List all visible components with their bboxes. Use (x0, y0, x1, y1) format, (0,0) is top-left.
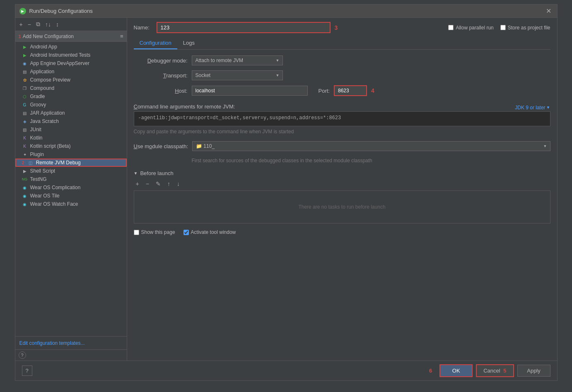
cmd-hint-text: Copy and paste the arguments to the comm… (134, 129, 550, 135)
before-launch-chevron: ▼ (134, 171, 138, 176)
list-item-java-scratch[interactable]: ◈ Java Scratch (15, 117, 127, 125)
before-launch-area: There are no tasks to run before launch (134, 190, 550, 224)
groovy-label: Groovy (30, 102, 46, 108)
plugin-icon: ✦ (22, 152, 28, 157)
list-item-kotlin-script[interactable]: K Kotlin script (Beta) (15, 142, 127, 150)
move-config-button[interactable]: ↑↓ (43, 20, 53, 29)
debugger-mode-row: Debugger mode: Attach to remote JVM List… (134, 55, 550, 65)
show-this-page-label[interactable]: Show this page (134, 229, 175, 235)
compound-label: Compound (30, 85, 55, 91)
copy-config-button[interactable]: ⧉ (34, 20, 42, 29)
tabs-row: Configuration Logs (134, 37, 550, 50)
edit-templates-link[interactable]: Edit configuration templates... (19, 340, 85, 346)
list-item-android-app[interactable]: ▶ Android App (15, 43, 127, 51)
list-item-app-engine[interactable]: ◉ App Engine DevAppServer (15, 59, 127, 67)
collapse-icon[interactable]: ≡ (120, 33, 123, 39)
wear-os-tile-icon: ◉ (22, 193, 28, 199)
remove-config-button[interactable]: − (26, 20, 33, 29)
java-scratch-icon: ◈ (22, 118, 28, 124)
transport-select-wrapper: Socket Shared memory (192, 70, 283, 80)
list-item-compose-preview[interactable]: ✿ Compose Preview (15, 76, 127, 84)
compose-preview-icon: ✿ (22, 77, 28, 83)
list-item-wear-os-watch-face[interactable]: ◉ Wear OS Watch Face (15, 200, 127, 208)
left-footer: Edit configuration templates... (15, 336, 127, 349)
list-item-jar-application[interactable]: ▤ JAR Application (15, 109, 127, 117)
bottom-checkboxes: Show this page Activate tool window (134, 229, 550, 235)
port-input[interactable] (334, 85, 367, 96)
junit-label: JUnit (30, 127, 41, 132)
list-item-kotlin[interactable]: K Kotlin (15, 134, 127, 142)
apply-button[interactable]: Apply (517, 365, 550, 377)
cancel-button[interactable]: Cancel 5 (476, 364, 514, 377)
wear-os-watch-face-label: Wear OS Watch Face (30, 201, 78, 207)
badge-2: 2 (22, 160, 24, 165)
transport-row: Transport: Socket Shared memory (134, 70, 550, 80)
title-bar-left: ▶ Run/Debug Configurations (19, 8, 93, 14)
form-section: Debugger mode: Attach to remote JVM List… (134, 55, 550, 164)
bl-up-button[interactable]: ↑ (165, 180, 172, 188)
remote-jvm-icon: ◫ (28, 160, 34, 166)
list-item-remote-jvm-debug[interactable]: 2 ◫ Remote JVM Debug (15, 159, 127, 167)
module-classpath-select[interactable]: 📁 110_ (192, 141, 550, 151)
application-label: Application (30, 69, 55, 75)
show-this-page-text: Show this page (141, 229, 175, 235)
kotlin-icon: K (22, 135, 28, 141)
app-engine-icon: ◉ (22, 60, 28, 66)
dialog-body: + − ⧉ ↑↓ ↕ 1 Add New Configuration ≡ ▶ A… (15, 18, 557, 361)
bl-down-button[interactable]: ↓ (175, 180, 182, 188)
bl-add-button[interactable]: + (134, 180, 141, 188)
transport-select[interactable]: Socket Shared memory (192, 70, 283, 80)
module-classpath-label: Use module classpath: (134, 143, 188, 149)
wear-os-complication-label: Wear OS Complication (30, 185, 81, 190)
left-toolbar: + − ⧉ ↑↓ ↕ (15, 18, 127, 31)
list-item-android-tests[interactable]: ▶ Android Instrumented Tests (15, 51, 127, 59)
ok-button[interactable]: OK (439, 364, 473, 377)
cancel-label: Cancel (483, 368, 500, 374)
store-as-project-file-checkbox[interactable]: Store as project file (500, 25, 550, 31)
before-launch-header[interactable]: ▼ Before launch (134, 170, 550, 176)
testng-label: TestNG (30, 176, 47, 182)
module-classpath-row: Use module classpath: 📁 110_ (134, 141, 550, 151)
list-item-groovy[interactable]: G Groovy (15, 101, 127, 109)
dialog-footer: ? 6 OK Cancel 5 Apply (15, 361, 557, 380)
before-launch-section: ▼ Before launch + − ✎ ↑ ↓ There are no t… (134, 170, 550, 224)
left-header: 1 Add New Configuration ≡ (15, 31, 127, 42)
before-launch-toolbar: + − ✎ ↑ ↓ (134, 180, 550, 188)
show-this-page-checkbox[interactable] (134, 230, 139, 235)
left-panel: + − ⧉ ↑↓ ↕ 1 Add New Configuration ≡ ▶ A… (15, 18, 127, 361)
add-config-button[interactable]: + (18, 20, 24, 29)
tab-logs[interactable]: Logs (177, 37, 200, 49)
list-item-plugin[interactable]: ✦ Plugin (15, 150, 127, 159)
jdk-link[interactable]: JDK 9 or later ▼ (515, 105, 550, 111)
bl-remove-button[interactable]: − (144, 180, 151, 188)
debugger-mode-select[interactable]: Attach to remote JVM Listen to remote JV… (192, 55, 283, 65)
activate-tool-window-text: Activate tool window (191, 229, 236, 235)
list-item-wear-os-complication[interactable]: ◉ Wear OS Complication (15, 183, 127, 192)
list-item-compound[interactable]: ❒ Compound (15, 84, 127, 92)
store-as-project-file-input[interactable] (500, 25, 506, 30)
kotlin-label: Kotlin (30, 135, 43, 141)
list-item-testng[interactable]: NG TestNG (15, 175, 127, 183)
wear-os-watch-face-icon: ◉ (22, 201, 28, 207)
junit-icon: ▧ (22, 127, 28, 132)
shell-script-icon: ▶ (22, 168, 28, 174)
tab-configuration[interactable]: Configuration (134, 37, 177, 49)
close-button[interactable]: ✕ (544, 7, 553, 15)
cmd-section: Command line arguments for remote JVM: J… (134, 103, 550, 135)
bl-edit-button[interactable]: ✎ (154, 180, 163, 188)
activate-tool-window-label[interactable]: Activate tool window (183, 229, 236, 235)
activate-tool-window-checkbox[interactable] (183, 230, 189, 235)
host-input[interactable] (192, 86, 308, 96)
list-item-junit[interactable]: ▧ JUnit (15, 125, 127, 134)
allow-parallel-run-checkbox[interactable]: Allow parallel run (448, 25, 493, 31)
before-launch-label: Before launch (140, 170, 173, 176)
list-item-shell-script[interactable]: ▶ Shell Script (15, 167, 127, 175)
help-button[interactable]: ? (22, 366, 32, 376)
allow-parallel-run-input[interactable] (448, 25, 454, 30)
list-item-wear-os-tile[interactable]: ◉ Wear OS Tile (15, 192, 127, 200)
help-icon[interactable]: ? (19, 351, 26, 359)
list-item-gradle[interactable]: ⬡ Gradle (15, 92, 127, 101)
sort-config-button[interactable]: ↕ (54, 20, 60, 29)
name-input[interactable] (157, 22, 331, 33)
list-item-application[interactable]: ▤ Application (15, 67, 127, 76)
